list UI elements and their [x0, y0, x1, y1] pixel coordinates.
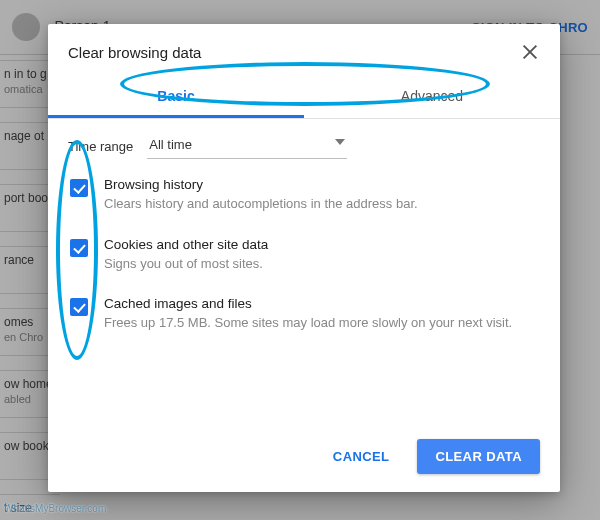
close-icon[interactable]	[520, 42, 540, 62]
time-range-label: Time range	[68, 139, 133, 154]
option-subtitle: Signs you out of most sites.	[104, 255, 268, 273]
cancel-button[interactable]: CANCEL	[315, 439, 408, 474]
time-range-value: All time	[149, 137, 192, 152]
checkbox-cookies[interactable]	[70, 239, 88, 257]
tabs: Basic Advanced	[48, 76, 560, 118]
watermark: WhatIsMyBrowser.com	[4, 503, 106, 514]
option-cache: Cached images and files Frees up 17.5 MB…	[70, 296, 540, 332]
option-browsing-history: Browsing history Clears history and auto…	[70, 177, 540, 213]
option-cookies: Cookies and other site data Signs you ou…	[70, 237, 540, 273]
chevron-down-icon	[335, 139, 345, 145]
checkbox-browsing-history[interactable]	[70, 179, 88, 197]
clear-data-button[interactable]: CLEAR DATA	[417, 439, 540, 474]
tab-underline	[48, 115, 304, 118]
option-title: Cookies and other site data	[104, 237, 268, 252]
checkbox-cache[interactable]	[70, 298, 88, 316]
time-range-select[interactable]: All time	[147, 133, 347, 159]
dialog-title: Clear browsing data	[68, 44, 201, 61]
option-title: Browsing history	[104, 177, 418, 192]
tab-advanced[interactable]: Advanced	[304, 76, 560, 118]
option-subtitle: Frees up 17.5 MB. Some sites may load mo…	[104, 314, 512, 332]
clear-browsing-data-dialog: Clear browsing data Basic Advanced Time …	[48, 24, 560, 492]
option-subtitle: Clears history and autocompletions in th…	[104, 195, 418, 213]
option-title: Cached images and files	[104, 296, 512, 311]
tab-basic[interactable]: Basic	[48, 76, 304, 118]
